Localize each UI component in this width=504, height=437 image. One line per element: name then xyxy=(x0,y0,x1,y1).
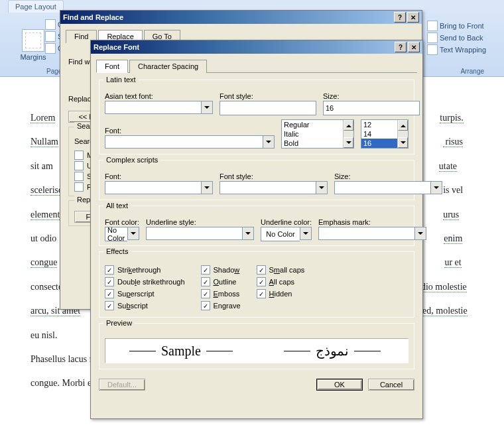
scrollbar[interactable] xyxy=(343,120,353,148)
latin-font-combo[interactable] xyxy=(105,135,275,149)
underline-style-label: Underline style: xyxy=(146,218,254,226)
cs-font-input[interactable] xyxy=(105,181,201,194)
scroll-up[interactable] xyxy=(398,120,408,131)
emphasis-dropdown[interactable] xyxy=(414,227,426,240)
complex-scripts-legend: Complex scripts xyxy=(103,156,160,164)
send-to-back-button[interactable]: Send to Back xyxy=(424,32,485,44)
replace-font-footer: Default... OK Cancel xyxy=(99,379,414,391)
replace-font-body: Latin text Asian text font: Font style: … xyxy=(91,73,422,399)
underline-color-combo[interactable]: No Color xyxy=(261,227,312,240)
scroll-up[interactable] xyxy=(344,120,353,131)
text-wrap-icon xyxy=(427,44,438,55)
preview-group: Preview Sample نموذج xyxy=(99,323,414,369)
replace-font-title: Replace Font xyxy=(94,43,393,51)
cs-style-dropdown[interactable] xyxy=(316,181,328,194)
latin-text-group: Latin text Asian text font: Font style: … xyxy=(99,80,414,155)
font-style-list[interactable]: Regular Italic Bold xyxy=(281,119,354,149)
underline-style-combo[interactable] xyxy=(146,227,254,240)
replace-font-titlebar[interactable]: Replace Font ? ✕ xyxy=(91,40,422,54)
emboss-checkbox[interactable]: ✓Emboss xyxy=(201,289,241,298)
asian-font-input[interactable] xyxy=(105,101,201,114)
rf-help-button[interactable]: ? xyxy=(395,42,407,52)
tab-font[interactable]: Font xyxy=(96,60,128,73)
font-label: Font: xyxy=(105,127,275,135)
cs-font-label: Font: xyxy=(105,172,213,180)
font-color-combo[interactable]: No Color xyxy=(105,227,139,240)
asian-font-combo[interactable] xyxy=(105,101,213,114)
preview-sample-ltr: Sample xyxy=(105,343,257,359)
outline-checkbox[interactable]: ✓Outline xyxy=(201,277,241,286)
bring-front-icon xyxy=(427,21,438,31)
ribbon-tab-page-layout[interactable]: Page Layout xyxy=(8,0,64,13)
effects-legend: Effects xyxy=(103,247,131,255)
cs-size-label: Size: xyxy=(334,172,442,180)
size-icon xyxy=(45,31,56,42)
ribbon-caption-arrange: Arrange xyxy=(460,68,484,75)
size-list[interactable]: 12 14 16 xyxy=(361,119,409,149)
cs-style-input[interactable] xyxy=(220,181,316,194)
complex-scripts-group: Complex scripts Font: Font style: Size: xyxy=(99,160,414,200)
cs-font-combo[interactable] xyxy=(105,181,213,194)
double-strike-checkbox[interactable]: ✓Double strikethrough xyxy=(105,277,185,286)
underline-color-label: Underline color: xyxy=(261,218,312,226)
preview-sample-rtl: نموذج xyxy=(257,343,408,359)
superscript-checkbox[interactable]: ✓Superscript xyxy=(105,289,185,298)
find-replace-titlebar[interactable]: Find and Replace ? ✕ xyxy=(60,11,422,24)
all-text-group: All text Font color: No Color Underline … xyxy=(99,206,414,246)
font-color-dropdown[interactable] xyxy=(127,227,139,240)
bring-to-front-button[interactable]: Bring to Front xyxy=(424,20,487,32)
replace-font-tabs: Font Character Spacing xyxy=(96,59,417,73)
tab-character-spacing[interactable]: Character Spacing xyxy=(129,60,207,73)
cs-style-combo[interactable] xyxy=(220,181,328,194)
text-wrapping-button[interactable]: Text Wrapping xyxy=(424,44,489,56)
font-color-label: Font color: xyxy=(105,218,139,226)
subscript-checkbox[interactable]: ✓Subscript xyxy=(105,301,185,310)
cs-font-dropdown[interactable] xyxy=(201,181,213,194)
emphasis-label: Emphasis mark: xyxy=(318,218,426,226)
all-caps-checkbox[interactable]: ✓All caps xyxy=(257,277,305,286)
small-caps-checkbox[interactable]: ✓Small caps xyxy=(257,265,305,275)
strikethrough-checkbox[interactable]: ✓Strikethrough xyxy=(105,265,185,275)
underline-color-dropdown[interactable] xyxy=(300,227,312,240)
scroll-down[interactable] xyxy=(344,137,353,148)
hidden-checkbox[interactable]: ✓Hidden xyxy=(257,289,305,298)
asian-font-label: Asian text font: xyxy=(105,92,213,100)
preview-box: Sample نموذج xyxy=(105,338,409,363)
rf-close-button[interactable]: ✕ xyxy=(408,42,420,52)
all-text-legend: All text xyxy=(103,202,131,210)
ok-button[interactable]: OK xyxy=(316,379,363,391)
latin-text-legend: Latin text xyxy=(103,76,139,84)
emphasis-input[interactable] xyxy=(318,227,414,240)
latin-font-dropdown[interactable] xyxy=(263,135,275,149)
cancel-button[interactable]: Cancel xyxy=(368,379,414,391)
effects-group: Effects ✓Strikethrough ✓Double strikethr… xyxy=(99,251,414,318)
underline-style-dropdown[interactable] xyxy=(242,227,254,240)
ribbon-group-arrange: Bring to Front Send to Back Text Wrappin… xyxy=(424,16,504,74)
font-style-input[interactable] xyxy=(220,101,316,115)
shadow-checkbox[interactable]: ✓Shadow xyxy=(201,265,241,275)
size-input[interactable] xyxy=(323,101,420,115)
columns-icon xyxy=(45,43,56,54)
font-style-label: Font style: xyxy=(220,92,316,100)
scrollbar[interactable] xyxy=(397,120,408,148)
latin-font-input[interactable] xyxy=(105,135,263,149)
orientation-icon xyxy=(45,19,56,30)
find-replace-title: Find and Replace xyxy=(63,13,393,21)
underline-style-input[interactable] xyxy=(146,227,242,240)
engrave-checkbox[interactable]: ✓Engrave xyxy=(201,301,241,310)
preview-legend: Preview xyxy=(103,319,135,327)
cs-size-combo[interactable] xyxy=(334,181,442,194)
cs-style-label: Font style: xyxy=(220,172,328,180)
size-label: Size: xyxy=(323,92,420,100)
help-button[interactable]: ? xyxy=(394,12,406,23)
asian-font-dropdown[interactable] xyxy=(201,101,213,114)
close-button[interactable]: ✕ xyxy=(407,12,419,23)
cs-size-input[interactable] xyxy=(334,181,430,194)
scroll-down[interactable] xyxy=(398,137,408,148)
cs-size-dropdown[interactable] xyxy=(430,181,442,194)
send-back-icon xyxy=(427,32,438,43)
emphasis-combo[interactable] xyxy=(318,227,426,240)
replace-font-dialog: Replace Font ? ✕ Font Character Spacing … xyxy=(90,40,423,419)
default-button[interactable]: Default... xyxy=(99,379,145,391)
margins-icon xyxy=(22,29,44,52)
